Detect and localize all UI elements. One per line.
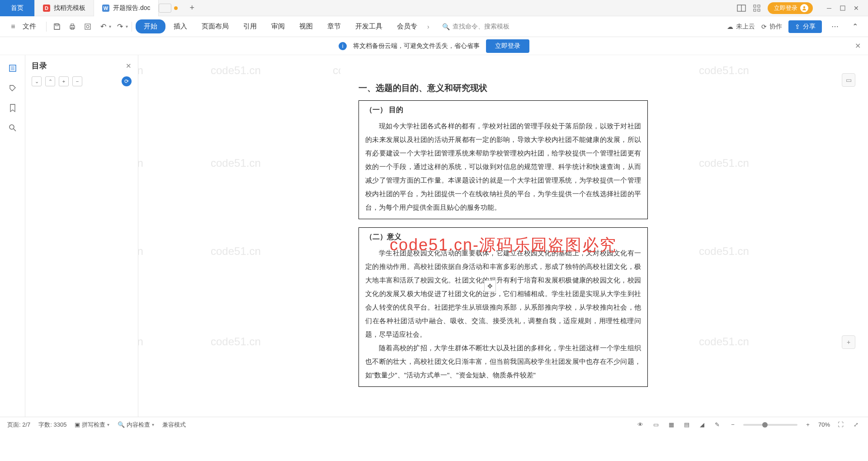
view-outline-icon[interactable]: ▤: [682, 420, 692, 430]
edit-mode-icon[interactable]: ✎: [712, 420, 722, 430]
svg-line-19: [14, 129, 16, 131]
add-comment-button[interactable]: +: [842, 335, 855, 349]
zoom-level[interactable]: 70%: [818, 421, 830, 428]
zoom-slider[interactable]: [743, 424, 797, 426]
svg-rect-5: [758, 9, 760, 11]
watermark: code51.cn: [699, 335, 749, 348]
zoom-in-button[interactable]: +: [803, 420, 813, 430]
tab-home[interactable]: 首页: [0, 0, 35, 16]
menu-insert[interactable]: 插入: [167, 19, 193, 33]
svg-rect-10: [71, 24, 74, 26]
heading-2: （一） 目的: [365, 105, 641, 115]
svg-point-6: [803, 6, 805, 8]
apps-icon[interactable]: [752, 4, 761, 13]
word-count[interactable]: 字数: 3305: [38, 421, 66, 429]
menu-start[interactable]: 开始: [136, 19, 165, 33]
undo-icon[interactable]: ↶: [96, 20, 110, 33]
watermark: code51.cn: [138, 64, 143, 77]
outline-remove-icon[interactable]: −: [72, 76, 82, 86]
main-area: 目录 ✕ ⌄ ⌃ + − ⟳ code51.cn code51.cn code5…: [0, 55, 868, 417]
compat-mode[interactable]: 兼容模式: [162, 421, 186, 429]
page-indicator[interactable]: 页面: 2/7: [7, 421, 30, 429]
minimize-button[interactable]: ─: [823, 2, 835, 14]
heading-1: 一、选题的目的、意义和研究现状: [359, 82, 648, 94]
menu-member[interactable]: 会员专: [391, 19, 424, 33]
svg-rect-2: [754, 5, 756, 7]
view-web-icon[interactable]: ▦: [666, 420, 676, 430]
svg-rect-3: [758, 5, 760, 7]
outline-close-button[interactable]: ✕: [126, 62, 132, 70]
content-check[interactable]: 🔍内容检查▾: [118, 421, 154, 429]
spellcheck-toggle[interactable]: ▣拼写检查▾: [75, 421, 109, 429]
find-icon[interactable]: [7, 122, 19, 134]
print-icon[interactable]: [66, 20, 79, 33]
outline-sync-icon[interactable]: ⟳: [122, 76, 132, 86]
collapse-toolbar-button[interactable]: ▭: [842, 73, 855, 87]
move-handle-icon[interactable]: ✥: [484, 280, 496, 292]
cloud-status[interactable]: ☁未上云: [727, 23, 755, 31]
zoom-out-button[interactable]: −: [728, 420, 738, 430]
svg-rect-12: [85, 24, 90, 29]
bookmark-icon[interactable]: [7, 102, 19, 114]
share-button[interactable]: ⇪分享: [788, 20, 822, 33]
command-search[interactable]: 🔍 查找命令、搜索模板: [438, 21, 514, 33]
eye-icon[interactable]: 👁: [636, 420, 646, 430]
watermark: code51.cn: [138, 245, 143, 258]
search-icon: 🔍: [442, 23, 450, 30]
menu-view[interactable]: 视图: [293, 19, 319, 33]
watermark: code51.cn: [211, 335, 261, 348]
preview-icon[interactable]: [81, 20, 94, 33]
split-view-icon[interactable]: [737, 4, 746, 13]
menu-review[interactable]: 审阅: [265, 19, 291, 33]
close-button[interactable]: ✕: [850, 2, 863, 14]
redo-icon[interactable]: ↷: [113, 20, 127, 33]
more-icon[interactable]: ⋯: [828, 20, 842, 33]
new-tab-button[interactable]: +: [183, 3, 201, 13]
daoke-icon: D: [43, 5, 50, 12]
unsaved-dot-icon: [174, 6, 178, 10]
document-canvas[interactable]: code51.cn code51.cn code51.cn code51.cn …: [138, 55, 868, 417]
section-1-box: （一） 目的 现如今大学社团各式各样的都有，学校对社团的管理手段处于落后阶段，以…: [359, 100, 648, 219]
save-icon[interactable]: [50, 20, 64, 33]
paragraph: 学生社团是校园文化活动的重要载体，它建立在校园文化的基础上，又对校园文化有一定的…: [365, 246, 641, 341]
outline-title: 目录: [32, 61, 47, 71]
menu-icon[interactable]: ≡: [6, 20, 20, 33]
tab-templates[interactable]: D 找稻壳模板: [35, 0, 94, 16]
menu-devtools[interactable]: 开发工具: [349, 19, 389, 33]
banner-close-button[interactable]: ✕: [855, 42, 861, 50]
maximize-button[interactable]: [836, 2, 849, 14]
ruler-icon[interactable]: ◢: [697, 420, 707, 430]
tab-document[interactable]: W 开题报告.doc: [94, 0, 159, 16]
view-page-icon[interactable]: ▭: [651, 420, 661, 430]
menu-sections[interactable]: 章节: [321, 19, 347, 33]
avatar-icon: [800, 4, 808, 12]
banner-text: 将文档备份云端，可避免文件丢失，省心省事: [353, 42, 480, 50]
share-icon: ⇪: [795, 23, 800, 30]
outline-expand-icon[interactable]: ⌃: [45, 76, 55, 86]
document-page: 一、选题的目的、意义和研究现状 （一） 目的 现如今大学社团各式各样的都有，学校…: [340, 55, 666, 404]
watermark: code51.cn: [138, 335, 143, 348]
collab-button[interactable]: ⟳协作: [761, 23, 782, 31]
outline-tab-icon[interactable]: [7, 62, 19, 74]
info-icon: i: [339, 42, 347, 50]
menu-layout[interactable]: 页面布局: [195, 19, 235, 33]
watermark: code51.cn: [699, 64, 749, 77]
file-menu[interactable]: 文件: [22, 19, 42, 33]
watermark: code51.cn: [211, 64, 261, 77]
collab-icon: ⟳: [761, 23, 767, 30]
fullscreen-icon[interactable]: ⤢: [851, 420, 861, 430]
paragraph: 现如今大学社团各式各样的都有，学校对社团的管理手段处于落后阶段，以致于对社团的未…: [365, 119, 641, 214]
fit-page-icon[interactable]: ⛶: [835, 420, 845, 430]
menu-references[interactable]: 引用: [237, 19, 263, 33]
heading-2: （二）意义: [365, 232, 641, 242]
device-icon[interactable]: [159, 4, 171, 13]
outline-collapse-icon[interactable]: ⌄: [32, 76, 42, 86]
collapse-ribbon-icon[interactable]: ⌃: [848, 20, 862, 33]
banner-login-button[interactable]: 立即登录: [486, 39, 529, 53]
outline-add-icon[interactable]: +: [59, 76, 69, 86]
watermark: code51.cn: [699, 157, 749, 169]
menu-scroll-right[interactable]: ›: [425, 23, 431, 30]
tag-icon[interactable]: [7, 82, 19, 94]
login-button[interactable]: 立即登录: [768, 2, 813, 14]
outline-panel: 目录 ✕ ⌄ ⌃ + − ⟳: [25, 55, 138, 417]
